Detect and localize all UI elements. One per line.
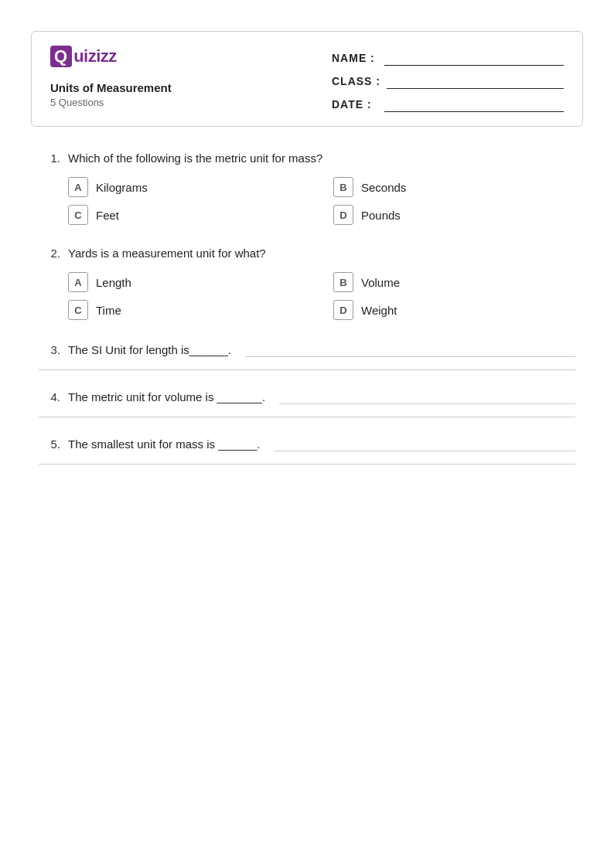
class-line [387, 73, 564, 89]
option-2c-letter: C [68, 300, 88, 320]
option-2b-text: Volume [361, 276, 400, 289]
question-5-block: 5. The smallest unit for mass is ______. [39, 436, 575, 465]
option-2c-text: Time [96, 304, 121, 317]
option-1a-text: Kilograms [96, 181, 148, 194]
question-1-text: Which of the following is the metric uni… [68, 151, 575, 165]
question-1-block: 1. Which of the following is the metric … [39, 151, 575, 225]
name-row: NAME : [332, 50, 564, 66]
questions-section: 1. Which of the following is the metric … [31, 151, 583, 465]
option-1b-text: Seconds [361, 181, 406, 194]
option-1d-letter: D [333, 205, 353, 225]
option-1c-text: Feet [96, 209, 119, 222]
question-2-block: 2. Yards is a measurement unit for what?… [39, 247, 575, 320]
question-5-line [274, 436, 575, 451]
option-2d: D Weight [333, 300, 575, 320]
question-3-number: 3. [39, 343, 60, 356]
question-2-row: 2. Yards is a measurement unit for what? [39, 247, 575, 260]
date-row: DATE : [332, 97, 564, 112]
header-card: Quizizz Units of Measurement 5 Questions… [31, 31, 583, 127]
header-left: Quizizz Units of Measurement 5 Questions [50, 46, 172, 108]
option-2a-text: Length [96, 276, 131, 289]
question-3-line [245, 342, 575, 357]
option-2a-letter: A [68, 272, 88, 292]
option-1b-letter: B [333, 177, 353, 197]
option-1d-text: Pounds [361, 209, 401, 222]
question-4-number: 4. [39, 390, 60, 403]
question-1-row: 1. Which of the following is the metric … [39, 151, 575, 165]
option-2a: A Length [68, 272, 310, 292]
question-2-text: Yards is a measurement unit for what? [68, 247, 575, 260]
option-1c: C Feet [68, 205, 310, 225]
option-1a-letter: A [68, 177, 88, 197]
logo-q-letter: Q [50, 46, 72, 67]
quiz-subtitle: 5 Questions [50, 97, 172, 108]
option-2d-letter: D [333, 300, 353, 320]
question-5-text: The smallest unit for mass is ______. [68, 437, 260, 451]
option-2d-text: Weight [361, 304, 397, 317]
page: Quizizz Units of Measurement 5 Questions… [0, 0, 614, 868]
question-5-row: 5. The smallest unit for mass is ______. [39, 436, 575, 451]
logo: Quizizz [50, 46, 172, 67]
question-2-options: A Length B Volume C Time D Weight [68, 272, 575, 320]
name-line [384, 50, 564, 66]
option-2c: C Time [68, 300, 310, 320]
question-5-number: 5. [39, 437, 60, 451]
name-label: NAME : [332, 52, 378, 64]
option-1c-letter: C [68, 205, 88, 225]
option-1b: B Seconds [333, 177, 575, 197]
question-2-number: 2. [39, 247, 60, 260]
date-label: DATE : [332, 98, 378, 111]
question-4-block: 4. The metric unit for volume is _______… [39, 389, 575, 417]
option-2b-letter: B [333, 272, 353, 292]
question-4-line [279, 389, 575, 404]
question-3-block: 3. The SI Unit for length is______. [39, 342, 575, 370]
option-1d: D Pounds [333, 205, 575, 225]
question-3-text: The SI Unit for length is______. [68, 343, 231, 356]
quiz-title: Units of Measurement [50, 81, 172, 94]
class-row: CLASS : [332, 73, 564, 89]
class-label: CLASS : [332, 75, 380, 87]
question-3-row: 3. The SI Unit for length is______. [39, 342, 575, 357]
header-right: NAME : CLASS : DATE : [332, 46, 564, 112]
option-1a: A Kilograms [68, 177, 310, 197]
question-1-options: A Kilograms B Seconds C Feet D Pounds [68, 177, 575, 225]
question-1-number: 1. [39, 151, 60, 165]
option-2b: B Volume [333, 272, 575, 292]
logo-text: uizizz [73, 46, 117, 66]
question-4-row: 4. The metric unit for volume is _______… [39, 389, 575, 404]
question-4-text: The metric unit for volume is _______. [68, 390, 265, 403]
date-line [384, 97, 564, 112]
